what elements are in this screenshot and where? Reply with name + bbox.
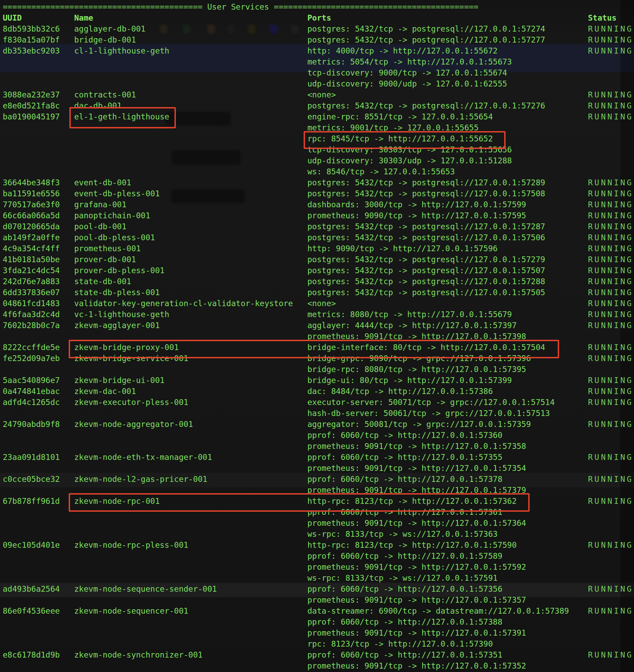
service-status-badge: RUNNING [588, 232, 633, 243]
service-name: agglayer-db-001 [74, 23, 146, 34]
service-port-mapping: engine-rpc: 8551/tcp -> 127.0.0.1:55654 [307, 111, 493, 122]
service-row: 41b0181a50beprover-db-001postgres: 5432/… [0, 254, 634, 265]
service-port-row: prometheus: 9091/tcp -> http://127.0.0.1… [0, 485, 634, 496]
service-uuid: 41b0181a50be [3, 254, 60, 265]
service-row: 3fda21c4dc54prover-db-pless-001postgres:… [0, 265, 634, 276]
service-name: contracts-001 [74, 89, 136, 100]
service-row: db353ebc9203cl-1-lighthouse-gethhttp: 40… [0, 45, 634, 56]
service-status-badge: RUNNING [588, 474, 633, 485]
service-port-mapping: postgres: 5432/tcp -> postgresql://127.0… [307, 276, 545, 287]
service-port-mapping: pprof: 6060/tcp -> http://127.0.0.1:5735… [307, 452, 502, 463]
service-name: pool-db-pless-001 [74, 232, 155, 243]
service-status-badge: RUNNING [588, 100, 633, 111]
service-port-mapping: metrics: 5054/tcp -> http://127.0.0.1:55… [307, 56, 512, 67]
service-name: zkevm-node-eth-tx-manager-001 [74, 452, 212, 463]
service-row: 6dd337836e07state-db-pless-001postgres: … [0, 287, 634, 298]
service-port-mapping: aggregator: 50081/tcp -> grpc://127.0.0.… [307, 419, 531, 430]
service-port-mapping: prometheus: 9091/tcp -> http://127.0.0.1… [307, 331, 526, 342]
column-header-name: Name [74, 12, 93, 23]
service-port-mapping: prometheus: 9091/tcp -> http://127.0.0.1… [307, 594, 526, 605]
service-port-row: prometheus: 9091/tcp -> http://127.0.0.1… [0, 660, 634, 671]
service-uuid: adfd4c1265dc [3, 397, 60, 408]
service-row: 09ec105d401ezkevm-node-rpc-pless-001http… [0, 540, 634, 551]
service-status-badge: RUNNING [588, 188, 633, 199]
service-port-mapping: ws: 8546/tcp -> 127.0.0.1:55653 [307, 166, 455, 177]
service-row: d070120665dapool-db-001postgres: 5432/tc… [0, 221, 634, 232]
service-status-badge: RUNNING [588, 45, 633, 56]
service-name: panoptichain-001 [74, 210, 150, 221]
service-port-mapping: pprof: 6060/tcp -> http://127.0.0.1:5738… [307, 616, 502, 627]
service-row: 8db593bb32c6agglayer-db-001postgres: 543… [0, 23, 634, 34]
service-port-mapping: metrics: 8080/tcp -> http://127.0.0.1:55… [307, 309, 512, 320]
service-row: e8e0d521fa8cdac-db-001postgres: 5432/tcp… [0, 100, 634, 111]
service-port-mapping: bridge-interface: 80/tcp -> http://127.0… [307, 342, 545, 353]
service-port-mapping: prometheus: 9091/tcp -> http://127.0.0.1… [307, 463, 526, 474]
service-port-row: prometheus: 9091/tcp -> http://127.0.0.1… [0, 331, 634, 342]
service-row: 0a474841ebaczkevm-dac-001dac: 8484/tcp -… [0, 386, 634, 397]
service-port-mapping: <none> [307, 89, 336, 100]
service-name: grafana-001 [74, 199, 126, 210]
service-name: zkevm-node-sequence-sender-001 [74, 583, 217, 594]
service-name: el-1-geth-lighthouse [74, 111, 169, 122]
service-uuid: c0cce05bce32 [3, 474, 60, 485]
service-row: 04861fcd1483validator-key-generation-cl-… [0, 298, 634, 309]
service-uuid: 3088ea232e37 [3, 89, 60, 100]
service-status-badge: RUNNING [588, 210, 633, 221]
service-status-badge: RUNNING [588, 309, 633, 320]
service-status-badge: RUNNING [588, 254, 633, 265]
service-port-mapping: postgres: 5432/tcp -> postgresql://127.0… [307, 265, 545, 276]
service-port-row: udp-discovery: 30303/udp -> 127.0.0.1:51… [0, 155, 634, 166]
service-port-mapping: postgres: 5432/tcp -> postgresql://127.0… [307, 177, 545, 188]
service-status-badge: RUNNING [588, 320, 633, 331]
service-port-mapping: pprof: 6060/tcp -> http://127.0.0.1:5736… [307, 430, 502, 441]
service-name: prover-db-001 [74, 254, 136, 265]
service-port-row: udp-discovery: 9000/udp -> 127.0.0.1:625… [0, 78, 634, 89]
service-status-badge: RUNNING [588, 221, 633, 232]
service-name: zkevm-node-rpc-pless-001 [74, 540, 188, 551]
service-name: zkevm-node-l2-gas-pricer-001 [74, 474, 207, 485]
service-status-badge: RUNNING [588, 419, 633, 430]
service-uuid: ba11591e6556 [3, 188, 60, 199]
service-name: event-db-pless-001 [74, 188, 160, 199]
service-status-badge: RUNNING [588, 452, 633, 463]
service-uuid: 3fda21c4dc54 [3, 265, 60, 276]
service-status-badge: RUNNING [588, 605, 633, 616]
service-port-row: ws-rpc: 8133/tcp -> ws://127.0.0.1:57363 [0, 529, 634, 540]
service-port-mapping: postgres: 5432/tcp -> postgresql://127.0… [307, 232, 545, 243]
service-port-mapping: postgres: 5432/tcp -> postgresql://127.0… [307, 100, 545, 111]
service-row: e8c6178d1d9bzkevm-node-synchronizer-001p… [0, 649, 634, 660]
service-row: f830a15a07bfbridge-db-001postgres: 5432/… [0, 34, 634, 45]
service-port-row: pprof: 6060/tcp -> http://127.0.0.1:5736… [0, 430, 634, 441]
service-row: 5aac540896e7zkevm-bridge-ui-001bridge-ui… [0, 375, 634, 386]
service-name: zkevm-node-rpc-001 [74, 496, 160, 507]
service-row: adfd4c1265dczkevm-executor-pless-001exec… [0, 397, 634, 408]
service-status-badge: RUNNING [588, 540, 633, 551]
service-row: 770517a6e3f0grafana-001dashboards: 3000/… [0, 199, 634, 210]
service-status-badge: RUNNING [588, 89, 633, 100]
service-port-mapping: bridge-ui: 80/tcp -> http://127.0.0.1:57… [307, 375, 512, 386]
service-port-mapping: prometheus: 9091/tcp -> http://127.0.0.1… [307, 660, 526, 671]
service-status-badge: RUNNING [588, 496, 633, 507]
service-row: ba11591e6556event-db-pless-001postgres: … [0, 188, 634, 199]
service-row: 3088ea232e37contracts-001<none>RUNNING [0, 89, 634, 100]
service-port-mapping: bridge-grpc: 9090/tcp -> grpc://127.0.0.… [307, 353, 531, 364]
service-port-row: ws: 8546/tcp -> 127.0.0.1:55653 [0, 166, 634, 177]
service-port-mapping: http: 9090/tcp -> http://127.0.0.1:57596 [307, 243, 498, 254]
service-name: zkevm-dac-001 [74, 386, 136, 397]
service-port-mapping: prometheus: 9091/tcp -> http://127.0.0.1… [307, 485, 526, 496]
user-services-header-rule: ========================================… [0, 1, 634, 12]
service-status-badge: RUNNING [588, 276, 633, 287]
service-port-mapping: http-rpc: 8123/tcp -> http://127.0.0.1:5… [307, 496, 517, 507]
service-port-mapping: pprof: 6060/tcp -> http://127.0.0.1:5735… [307, 583, 502, 594]
service-port-row: rpc: 8123/tcp -> http://127.0.0.1:57390 [0, 638, 634, 649]
service-uuid: e8c6178d1d9b [3, 649, 60, 660]
service-uuid: 5aac540896e7 [3, 375, 60, 386]
service-port-row: prometheus: 9091/tcp -> http://127.0.0.1… [0, 627, 634, 638]
service-uuid: db353ebc9203 [3, 45, 60, 56]
service-status-badge: RUNNING [588, 649, 633, 660]
service-row: 86e0f4536eeezkevm-node-sequencer-001data… [0, 605, 634, 616]
service-name: zkevm-node-sequencer-001 [74, 605, 188, 616]
service-uuid: f830a15a07bf [3, 34, 60, 45]
service-name: event-db-001 [74, 177, 131, 188]
service-port-row: metrics: 5054/tcp -> http://127.0.0.1:55… [0, 56, 634, 67]
